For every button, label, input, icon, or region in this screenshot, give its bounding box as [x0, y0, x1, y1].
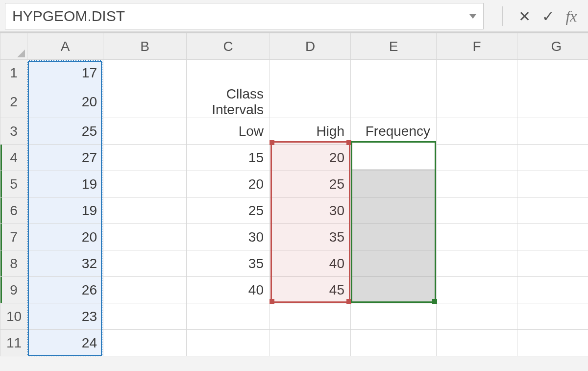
name-box[interactable]: HYPGEOM.DIST: [5, 3, 484, 29]
cell-A11[interactable]: 24: [27, 330, 103, 356]
cell-B4[interactable]: [103, 145, 187, 171]
cell-D5[interactable]: 25: [270, 171, 351, 198]
cell-C5[interactable]: 20: [187, 171, 270, 198]
cell-B11[interactable]: [103, 330, 187, 356]
cell-G3[interactable]: [517, 118, 588, 145]
cell-E3[interactable]: Frequency: [351, 118, 437, 145]
cell-A10[interactable]: 23: [27, 303, 103, 330]
cell-F7[interactable]: [437, 224, 517, 250]
cell-D4[interactable]: 20: [270, 145, 351, 171]
row-header-4[interactable]: 4: [0, 145, 27, 171]
cell-G6[interactable]: [517, 198, 588, 224]
cell-G1[interactable]: [517, 60, 588, 86]
cell-E6[interactable]: [351, 198, 437, 224]
cell-B8[interactable]: [103, 250, 187, 277]
col-header-F[interactable]: F: [437, 33, 517, 60]
cell-E10[interactable]: [351, 303, 437, 330]
cell-G9[interactable]: [517, 277, 588, 303]
row-header-3[interactable]: 3: [0, 118, 27, 145]
cell-E11[interactable]: [351, 330, 437, 356]
insert-function-button[interactable]: fx: [560, 5, 583, 27]
cell-G11[interactable]: [517, 330, 588, 356]
cell-B2[interactable]: [103, 86, 187, 118]
col-header-D[interactable]: D: [270, 33, 351, 60]
cell-A9[interactable]: 26: [27, 277, 103, 303]
col-header-G[interactable]: G: [517, 33, 588, 60]
cell-F10[interactable]: [437, 303, 517, 330]
cell-B6[interactable]: [103, 198, 187, 224]
cell-D1[interactable]: [270, 60, 351, 86]
cell-D11[interactable]: [270, 330, 351, 356]
cell-C11[interactable]: [187, 330, 270, 356]
cell-C3[interactable]: Low: [187, 118, 270, 145]
cell-E1[interactable]: [351, 60, 437, 86]
enter-button[interactable]: ✓: [536, 5, 560, 27]
cell-C6[interactable]: 25: [187, 198, 270, 224]
row-header-7[interactable]: 7: [0, 224, 27, 250]
row-header-6[interactable]: 6: [0, 198, 27, 224]
cell-C10[interactable]: [187, 303, 270, 330]
cell-G7[interactable]: [517, 224, 588, 250]
cell-F3[interactable]: [437, 118, 517, 145]
cell-B3[interactable]: [103, 118, 187, 145]
cancel-button[interactable]: ✕: [513, 5, 536, 27]
cell-G5[interactable]: [517, 171, 588, 198]
cell-D10[interactable]: [270, 303, 351, 330]
cell-B10[interactable]: [103, 303, 187, 330]
cell-D9[interactable]: 45: [270, 277, 351, 303]
cell-D3[interactable]: High: [270, 118, 351, 145]
cell-D7[interactable]: 35: [270, 224, 351, 250]
row-header-11[interactable]: 11: [0, 330, 27, 356]
cell-E9[interactable]: [351, 277, 437, 303]
cell-A5[interactable]: 19: [27, 171, 103, 198]
cell-G10[interactable]: [517, 303, 588, 330]
col-header-A[interactable]: A: [27, 33, 103, 60]
cell-B9[interactable]: [103, 277, 187, 303]
cell-B1[interactable]: [103, 60, 187, 86]
cell-A7[interactable]: 20: [27, 224, 103, 250]
col-header-B[interactable]: B: [103, 33, 187, 60]
row-header-2[interactable]: 2: [0, 86, 27, 118]
col-header-E[interactable]: E: [351, 33, 437, 60]
cell-C8[interactable]: 35: [187, 250, 270, 277]
cell-A3[interactable]: 25: [27, 118, 103, 145]
cell-C9[interactable]: 40: [187, 277, 270, 303]
cell-E4[interactable]: D9): [351, 145, 437, 171]
cell-C7[interactable]: 30: [187, 224, 270, 250]
cell-C1[interactable]: [187, 60, 270, 86]
cell-F8[interactable]: [437, 250, 517, 277]
cell-D2[interactable]: [270, 86, 351, 118]
cell-F9[interactable]: [437, 277, 517, 303]
cell-F11[interactable]: [437, 330, 517, 356]
row-header-5[interactable]: 5: [0, 171, 27, 198]
name-box-dropdown-icon[interactable]: [469, 14, 476, 19]
spreadsheet-grid[interactable]: A B C D E F G 1 17 2 20 Cllass Intervals: [0, 32, 588, 356]
cell-E7[interactable]: [351, 224, 437, 250]
cell-B5[interactable]: [103, 171, 187, 198]
cell-E2[interactable]: [351, 86, 437, 118]
cell-F4[interactable]: [437, 145, 517, 171]
cell-G8[interactable]: [517, 250, 588, 277]
cell-F2[interactable]: [437, 86, 517, 118]
cell-G2[interactable]: [517, 86, 588, 118]
cell-F6[interactable]: [437, 198, 517, 224]
cell-F1[interactable]: [437, 60, 517, 86]
row-header-10[interactable]: 10: [0, 303, 27, 330]
cell-A4[interactable]: 27: [27, 145, 103, 171]
cell-D8[interactable]: 40: [270, 250, 351, 277]
cell-F5[interactable]: [437, 171, 517, 198]
cell-A1[interactable]: 17: [27, 60, 103, 86]
cell-C2[interactable]: Cllass Intervals: [187, 86, 270, 118]
cell-C4[interactable]: 15: [187, 145, 270, 171]
cell-G4[interactable]: [517, 145, 588, 171]
col-header-C[interactable]: C: [187, 33, 270, 60]
select-all-corner[interactable]: [0, 33, 27, 60]
cell-A2[interactable]: 20: [27, 86, 103, 118]
cell-B7[interactable]: [103, 224, 187, 250]
cell-E8[interactable]: [351, 250, 437, 277]
row-header-8[interactable]: 8: [0, 250, 27, 277]
row-header-1[interactable]: 1: [0, 60, 27, 86]
cell-E5[interactable]: [351, 171, 437, 198]
row-header-9[interactable]: 9: [0, 277, 27, 303]
cell-A6[interactable]: 19: [27, 198, 103, 224]
